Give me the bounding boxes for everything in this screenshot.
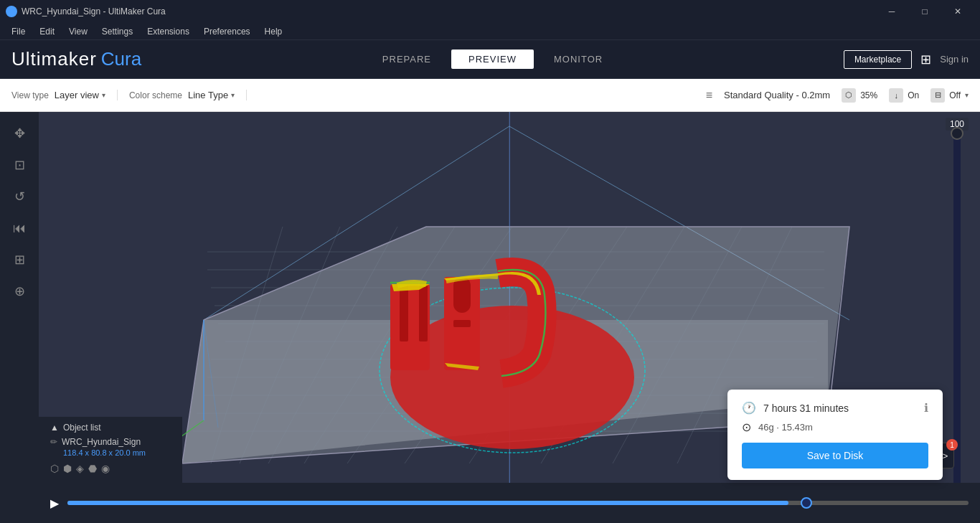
view-type-chevron: ▾ <box>102 91 105 99</box>
logo-ultimaker: Ultimaker <box>11 48 97 70</box>
supports-group: ↓ On <box>889 88 919 103</box>
header: Ultimaker Cura PREPARE PREVIEW MONITOR M… <box>0 40 980 79</box>
svg-line-0 <box>204 126 509 320</box>
svg-rect-34 <box>419 284 428 341</box>
timeline-track[interactable] <box>67 501 969 505</box>
material-icon: ⊙ <box>742 420 751 434</box>
svg-rect-35 <box>444 277 480 370</box>
material-row: ⊙ 46g · 15.43m <box>742 420 928 434</box>
scale-tool[interactable]: ⊡ <box>6 152 32 178</box>
material-usage: 46g · 15.43m <box>758 422 813 433</box>
svg-line-21 <box>469 227 627 463</box>
supports-label: On <box>908 90 919 100</box>
svg-line-18 <box>304 227 455 463</box>
shape-sphere-icon[interactable]: ◈ <box>76 463 84 474</box>
maximize-button[interactable]: □ <box>908 0 941 23</box>
quality-value: Standard Quality - 0.2mm <box>724 90 830 100</box>
marketplace-button[interactable]: Marketplace <box>844 50 912 69</box>
color-scheme-group: Color scheme Line Type ▾ <box>129 90 247 100</box>
infill-group: ⬡ 35% <box>842 88 877 103</box>
view-type-label: View type <box>11 90 49 100</box>
menubar: File Edit View Settings Extensions Prefe… <box>0 23 980 40</box>
apps-grid-icon[interactable]: ⊞ <box>920 52 931 67</box>
bottom-bar: ▶ <box>39 483 980 523</box>
svg-line-29 <box>204 320 218 428</box>
svg-line-16 <box>240 227 340 463</box>
move-tool[interactable]: ✥ <box>6 121 32 146</box>
info-detail-button[interactable]: ℹ <box>924 401 928 415</box>
slider-thumb-top[interactable] <box>951 127 963 140</box>
timeline-thumb[interactable] <box>801 497 812 509</box>
shape-complex-icon[interactable]: ⬣ <box>88 463 97 474</box>
menu-settings[interactable]: Settings <box>96 25 138 38</box>
toolbar-right: ≡ Standard Quality - 0.2mm ⬡ 35% ↓ On ⊟ … <box>706 88 969 103</box>
nav-monitor[interactable]: MONITOR <box>537 50 620 69</box>
toolbar: View type Layer view ▾ Color scheme Line… <box>0 79 980 112</box>
object-shape-icons: ⬡ ⬢ ◈ ⬣ ◉ <box>50 463 171 474</box>
adhesion-group: ⊟ Off ▾ <box>930 88 969 103</box>
infill-pct: 35% <box>860 90 877 100</box>
app-icon <box>6 6 17 17</box>
svg-line-17 <box>268 227 397 463</box>
header-right: Marketplace ⊞ Sign in <box>844 50 969 69</box>
view-type-value: Layer view <box>55 90 99 100</box>
svg-rect-37 <box>453 320 471 327</box>
menu-preferences[interactable]: Preferences <box>198 25 256 38</box>
color-scheme-chevron: ▾ <box>231 91 235 99</box>
svg-rect-33 <box>400 284 408 341</box>
nav-prepare[interactable]: PREPARE <box>365 50 448 69</box>
svg-line-19 <box>347 227 512 463</box>
main-area: ✥ ⊡ ↺ ⏮ ⊞ ⊕ <box>0 112 980 523</box>
menu-extensions[interactable]: Extensions <box>141 25 195 38</box>
undo-tool[interactable]: ↺ <box>6 184 32 209</box>
layer-slider-track[interactable] <box>953 133 961 517</box>
shape-cube-icon[interactable]: ⬡ <box>50 463 59 474</box>
menu-file[interactable]: File <box>6 25 31 38</box>
play-button[interactable]: ▶ <box>50 496 59 510</box>
close-button[interactable]: ✕ <box>941 0 974 23</box>
view-type-select[interactable]: Layer view ▾ <box>55 90 105 100</box>
adhesion-chevron: ▾ <box>965 91 969 99</box>
object-edit-icon[interactable]: ✏ <box>50 437 57 447</box>
time-icon: 🕐 <box>742 401 756 415</box>
svg-line-1 <box>509 126 849 320</box>
guideline-vertical <box>509 112 510 523</box>
code-badge: 1 <box>946 439 958 451</box>
infill-icon: ⬡ <box>842 88 856 103</box>
object-name-row: ✏ WRC_Hyundai_Sign <box>50 437 171 447</box>
menu-edit[interactable]: Edit <box>34 25 60 38</box>
support-tool[interactable]: ⊕ <box>6 278 32 304</box>
svg-rect-36 <box>453 277 471 313</box>
object-list-label: Object list <box>63 423 101 433</box>
timeline-fill <box>67 501 788 505</box>
object-dimensions: 118.4 x 80.8 x 20.0 mm <box>63 448 171 457</box>
adhesion-label: Off <box>949 90 961 100</box>
color-scheme-select[interactable]: Line Type ▾ <box>188 90 235 100</box>
signin-button[interactable]: Sign in <box>940 54 969 65</box>
svg-line-15 <box>211 227 283 463</box>
reset-tool[interactable]: ⏮ <box>6 215 32 241</box>
window-title: WRC_Hyundai_Sign - UltiMaker Cura <box>22 6 875 17</box>
window-controls: ─ □ ✕ <box>875 0 974 23</box>
supports-icon: ↓ <box>889 88 903 103</box>
svg-line-23 <box>613 227 742 463</box>
quality-button[interactable]: Standard Quality - 0.2mm <box>724 90 830 100</box>
svg-point-30 <box>380 288 645 453</box>
svg-line-22 <box>541 227 684 463</box>
settings-sliders-icon[interactable]: ≡ <box>706 89 712 102</box>
svg-point-31 <box>390 306 634 449</box>
menu-view[interactable]: View <box>63 25 93 38</box>
arrange-tool[interactable]: ⊞ <box>6 247 32 273</box>
time-row: 🕐 7 hours 31 minutes ℹ <box>742 401 928 415</box>
print-time: 7 hours 31 minutes <box>763 402 849 414</box>
menu-help[interactable]: Help <box>259 25 288 38</box>
shape-extra-icon[interactable]: ◉ <box>101 463 110 474</box>
color-scheme-value: Line Type <box>188 90 228 100</box>
color-scheme-label: Color scheme <box>129 90 182 100</box>
info-panel: 🕐 7 hours 31 minutes ℹ ⊙ 46g · 15.43m Sa… <box>727 390 943 480</box>
nav-preview[interactable]: PREVIEW <box>451 50 534 69</box>
shape-cylinder-icon[interactable]: ⬢ <box>63 463 72 474</box>
object-list-header[interactable]: ▲ Object list <box>50 423 171 433</box>
minimize-button[interactable]: ─ <box>875 0 908 23</box>
save-to-disk-button[interactable]: Save to Disk <box>742 443 928 468</box>
